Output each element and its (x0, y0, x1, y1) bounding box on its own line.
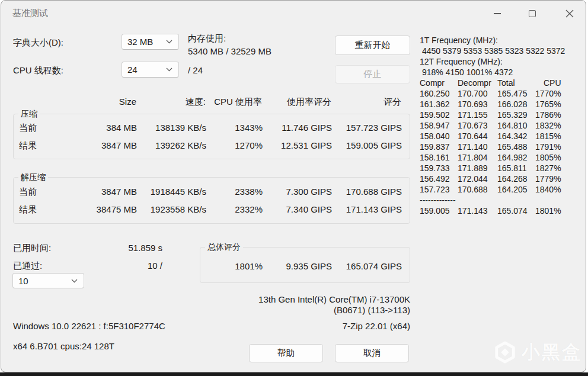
freq-row: 159.502171.155165.3291786% (420, 110, 587, 120)
cpu-threads-suffix: / 24 (188, 65, 203, 75)
compression-group: 压缩 当前 384 MB 138139 KB/s 1343% 11.746 GI… (13, 114, 410, 159)
chevron-down-icon (166, 68, 172, 72)
freq-total-row: 159.005171.143165.0741801% (420, 205, 587, 216)
freq-row: 161.362170.693166.0281765% (420, 99, 587, 110)
elapsed-time-label: 已用时间: (13, 243, 51, 254)
heybox-logo-icon (494, 341, 516, 364)
window-title: 基准测试 (12, 8, 48, 19)
freq-table-header: ComprDecomprTotalCPU (420, 78, 587, 88)
memory-usage-value: 5340 MB / 32529 MB (188, 46, 271, 56)
app-version-line: 7-Zip 22.01 (x64) (268, 321, 410, 331)
cpu-threads-select[interactable]: 24 (122, 62, 179, 78)
os-version-line: Windows 10.0 22621 : f:5F310F2774C (13, 321, 165, 331)
build-info-line: x64 6.B701 cpus:24 128T (13, 341, 114, 351)
dictionary-size-label: 字典大小(D): (13, 37, 63, 49)
heybox-watermark-text: 小黑盒 (522, 340, 582, 365)
minimize-button[interactable] (484, 5, 511, 22)
passes-value: 10 / (96, 261, 162, 271)
freq-1t-values: 4450 5379 5353 5385 5323 5322 5372 (420, 46, 587, 56)
col-size: Size (66, 97, 136, 108)
heybox-watermark: 小黑盒 (494, 340, 582, 365)
dictionary-size-value: 32 MB (127, 37, 153, 47)
maximize-button[interactable] (519, 5, 546, 22)
col-rating: 评分 (331, 97, 401, 108)
freq-row: 157.723170.688164.2051840% (420, 184, 587, 195)
screen-edge-strip (0, 372, 588, 376)
decompression-group: 解压缩 当前 3847 MB 1918445 KB/s 2338% 7.300 … (13, 177, 410, 224)
elapsed-time-value: 51.859 s (96, 243, 162, 253)
freq-divider: ------------- (420, 195, 587, 205)
freq-row: 159.733171.889165.8111827% (420, 163, 587, 173)
close-button[interactable] (556, 5, 583, 22)
memory-usage-label: 内存使用: (188, 33, 226, 44)
cpu-threads-value: 24 (127, 65, 138, 75)
decompression-result-row: 结果 38475 MB 1923558 KB/s 2332% 7.340 GIP… (14, 204, 402, 216)
passes-count-select[interactable]: 10 (12, 273, 84, 288)
decompression-current-row: 当前 3847 MB 1918445 KB/s 2338% 7.300 GIPS… (14, 187, 402, 198)
col-speed: 速度: (136, 97, 206, 108)
passes-label: 已通过: (13, 261, 42, 272)
col-usage-rating: 使用率评分 (262, 97, 331, 108)
freq-row: 158.947170.673164.8101832% (420, 120, 587, 131)
cpu-threads-label: CPU 线程数: (13, 65, 63, 76)
total-rating-row: 1801% 9.935 GIPS 165.074 GIPS (200, 261, 402, 271)
freq-row: 160.250170.700165.4751770% (420, 88, 587, 99)
freq-12t-values: 918% 4150 1001% 4372 (420, 67, 587, 78)
benchmark-dialog: 基准测试 字典大小(D): 32 MB 内存使用: 5340 MB / 3252… (1, 0, 586, 372)
total-rating-group: 总体评分 1801% 9.935 GIPS 165.074 GIPS (200, 247, 410, 283)
freq-row: 158.040170.644164.3421815% (420, 131, 587, 142)
stop-button: 停止 (335, 65, 410, 83)
frequency-log-panel: 1T Frequency (MHz): 4450 5379 5353 5385 … (420, 35, 587, 216)
minimize-icon (494, 13, 501, 14)
cancel-button[interactable]: 取消 (335, 344, 409, 362)
freq-row: 159.837171.140165.4881791% (420, 142, 587, 152)
cpu-model-line: 13th Gen Intel(R) Core(TM) i7-13700K (179, 294, 410, 304)
close-icon (565, 9, 574, 18)
passes-count-value: 10 (18, 276, 28, 286)
total-rating-group-label: 总体评分 (205, 242, 243, 253)
restart-button[interactable]: 重新开始 (335, 36, 410, 55)
results-header-row: Size 速度: CPU 使用率 使用率评分 评分 (13, 97, 401, 108)
freq-1t-label: 1T Frequency (MHz): (420, 35, 587, 46)
freq-row: 158.161171.804164.9821805% (420, 152, 587, 163)
compression-group-label: 压缩 (18, 109, 40, 120)
compression-current-row: 当前 384 MB 138139 KB/s 1343% 11.746 GIPS … (14, 123, 402, 134)
cpu-stepping-line: (B0671) (113->113) (179, 305, 410, 315)
decompression-group-label: 解压缩 (18, 172, 48, 183)
chevron-down-icon (166, 40, 172, 44)
dictionary-size-select[interactable]: 32 MB (122, 34, 179, 50)
compression-result-row: 结果 3847 MB 139262 KB/s 1270% 12.531 GIPS… (14, 140, 402, 152)
maximize-icon (529, 10, 536, 17)
chevron-down-icon (71, 279, 78, 283)
freq-row: 156.492172.044164.2681779% (420, 173, 587, 184)
col-cpu-usage: CPU 使用率 (206, 97, 262, 108)
freq-12t-label: 12T Frequency (MHz): (420, 56, 587, 67)
help-button[interactable]: 帮助 (249, 344, 323, 362)
